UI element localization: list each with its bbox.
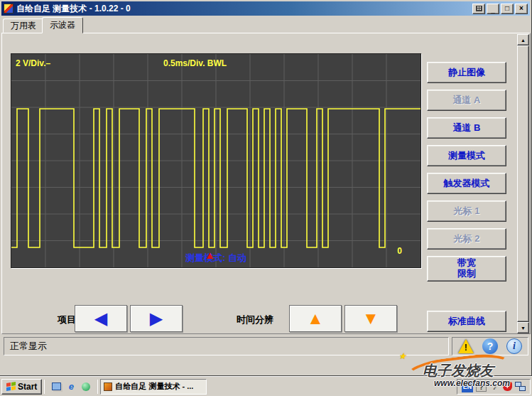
item-previous-button[interactable]: ◀ <box>75 305 127 332</box>
taskbar: Start e 自给自足 测量技术 - ... EN ? ♪ + <box>0 376 532 396</box>
start-button-label: Start <box>18 382 37 392</box>
window-title: 自给自足 测量技术 - 1.0.22 - 0 <box>16 3 469 15</box>
scrollbar-thumb[interactable] <box>517 46 529 322</box>
info-icon[interactable]: i <box>506 338 522 354</box>
arrow-up-icon: ▲ <box>307 310 324 327</box>
scroll-down-button[interactable]: ▼ <box>517 322 529 333</box>
titlebar[interactable]: 自给自足 测量技术 - 1.0.22 - 0 _ □ × <box>1 1 530 16</box>
side-button-freeze-image[interactable]: 静止图像 <box>427 62 506 83</box>
tray-help-icon[interactable]: ? <box>476 381 487 392</box>
volts-per-div-label: 2 V/Div.– <box>16 58 50 68</box>
window-controls: _ □ × <box>472 4 528 14</box>
side-button-channel-a[interactable]: 通道 A <box>427 90 506 111</box>
scope-display: 2 V/Div.– 0.5ms/Div. BWL 测量模式: 自动 ▲ 0 <box>11 53 421 268</box>
status-icon-field: ! ? i <box>452 337 528 355</box>
measure-mode-readout: 测量模式: 自动 <box>11 252 420 264</box>
tab-oscilloscope-label: 示波器 <box>50 19 75 31</box>
oscilloscope-panel: 2 V/Div.– 0.5ms/Div. BWL 测量模式: 自动 ▲ 0 静止… <box>1 33 531 334</box>
side-button-label: 带宽 <box>457 258 476 269</box>
side-button-cursor-2[interactable]: 光标 2 <box>427 228 506 250</box>
language-indicator[interactable]: EN <box>462 381 473 392</box>
windows-flag-icon <box>6 382 16 391</box>
taskbar-app-label: 自给自足 测量技术 - ... <box>115 381 193 392</box>
time-resolution-up-button[interactable]: ▲ <box>289 305 342 332</box>
time-resolution-down-button[interactable]: ▼ <box>344 305 397 332</box>
app-icon <box>4 4 13 14</box>
quick-launch: e <box>47 381 95 392</box>
scroll-up-icon: ▲ <box>521 38 526 43</box>
vertical-scrollbar[interactable]: ▲ ▼ <box>517 34 529 333</box>
quick-launch-ie-icon[interactable]: e <box>65 381 77 392</box>
time-resolution-label: 时间分辨 <box>237 314 273 326</box>
scope-canvas <box>11 54 420 267</box>
item-label: 项目 <box>58 314 76 326</box>
trigger-marker-icon: ▲ <box>205 250 215 260</box>
desktop: 自给自足 测量技术 - 1.0.22 - 0 _ □ × 万用表 示波器 <box>0 0 532 396</box>
app-window: 自给自足 测量技术 - 1.0.22 - 0 _ □ × 万用表 示波器 <box>0 0 532 376</box>
taskbar-divider-2 <box>97 380 98 394</box>
status-message: 正常显示 <box>10 340 47 353</box>
arrow-left-icon: ◀ <box>94 310 107 327</box>
tray-volume-icon[interactable]: ♪ <box>489 381 500 392</box>
side-button-label: 通道 B <box>453 123 481 134</box>
status-bar: 正常显示 ! ? i <box>1 336 531 357</box>
minimize-button[interactable]: _ <box>487 4 499 14</box>
help-icon[interactable]: ? <box>482 338 498 354</box>
tray-security-icon[interactable]: + <box>503 382 512 391</box>
restore-icon: □ <box>505 5 509 12</box>
grid-icon <box>476 6 482 11</box>
side-button-column: 静止图像通道 A通道 B测量模式触发器模式光标 1光标 2带宽限制标准曲线 <box>427 62 506 332</box>
side-button-label: 测量模式 <box>448 151 485 161</box>
side-button-label: 通道 A <box>453 95 481 106</box>
side-button-bandwidth-limit[interactable]: 带宽限制 <box>427 256 506 282</box>
side-button-cursor-1[interactable]: 光标 1 <box>427 200 506 222</box>
quick-launch-media-icon[interactable] <box>80 381 92 392</box>
taskbar-app-icon <box>104 382 112 391</box>
scroll-down-icon: ▼ <box>521 326 526 331</box>
close-button[interactable]: × <box>515 4 528 14</box>
system-tray: EN ? ♪ + <box>457 379 531 395</box>
side-button-channel-b[interactable]: 通道 B <box>427 117 506 139</box>
scope-zero-label: 0 <box>397 246 402 256</box>
side-button-trigger-mode[interactable]: 触发器模式 <box>427 173 506 194</box>
item-next-button[interactable]: ▶ <box>130 305 183 332</box>
arrow-down-icon: ▼ <box>362 310 379 327</box>
side-button-label: 光标 1 <box>454 206 480 217</box>
side-button-label: 触发器模式 <box>444 178 490 189</box>
side-button-measure-mode[interactable]: 测量模式 <box>427 145 506 166</box>
taskbar-divider <box>44 380 45 394</box>
time-per-div-label: 0.5ms/Div. BWL <box>163 58 227 68</box>
close-icon: × <box>519 5 523 12</box>
side-button-label: 静止图像 <box>448 68 485 78</box>
scroll-up-button[interactable]: ▲ <box>517 34 529 46</box>
warning-icon[interactable]: ! <box>458 339 474 353</box>
minimize-icon: _ <box>491 6 495 14</box>
arrow-right-icon: ▶ <box>150 310 163 327</box>
side-button-label: 限制 <box>457 269 476 279</box>
window-grid-button[interactable] <box>472 4 485 14</box>
tab-oscilloscope[interactable]: 示波器 <box>42 17 83 33</box>
scope-grid <box>11 54 420 267</box>
side-button-standard-curve[interactable]: 标准曲线 <box>427 311 506 332</box>
taskbar-app-button[interactable]: 自给自足 测量技术 - ... <box>100 379 207 395</box>
tab-multimeter[interactable]: 万用表 <box>3 18 44 33</box>
restore-button[interactable]: □ <box>501 4 514 14</box>
quick-launch-desktop-icon[interactable] <box>50 381 62 392</box>
tray-network-icon[interactable] <box>515 381 526 392</box>
tab-multimeter-label: 万用表 <box>11 20 36 32</box>
start-button[interactable]: Start <box>1 379 42 395</box>
side-button-label: 标准曲线 <box>448 316 485 327</box>
side-button-label: 光标 2 <box>454 234 480 245</box>
status-message-field: 正常显示 <box>4 337 449 355</box>
